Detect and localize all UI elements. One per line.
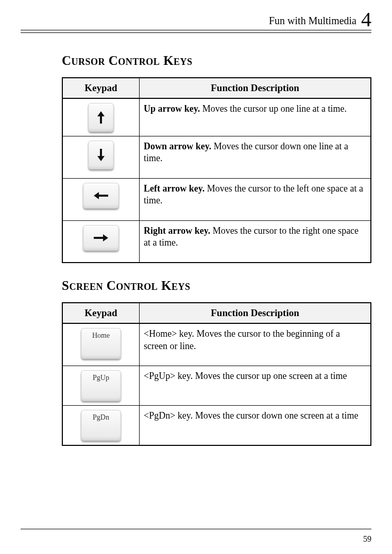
desc-bold: Up arrow key. <box>144 103 200 114</box>
running-title: Fun with Multimedia <box>269 15 356 26</box>
up-arrow-key-icon <box>88 103 114 132</box>
table-row: Right arrow key. Moves the cursor to the… <box>62 220 371 263</box>
key-label: Home <box>81 331 121 340</box>
right-arrow-key-icon <box>83 225 119 251</box>
desc-bold: Left arrow key. <box>144 183 204 194</box>
section-title-cursor: Cursor Control Keys <box>62 54 371 68</box>
home-key-description: <Home> key. Moves the cursor to the begi… <box>140 323 371 366</box>
left-arrow-key-icon <box>83 183 119 209</box>
key-label: PgUp <box>81 373 121 383</box>
chapter-number: 4 <box>361 8 371 31</box>
pgdn-key-description: <PgDn> key. Moves the cursor down one sc… <box>140 406 371 446</box>
cursor-col-description: Function Description <box>140 78 371 98</box>
table-row: Down arrow key. Moves the cursor down on… <box>62 136 371 179</box>
right-arrow-description: Right arrow key. Moves the cursor to the… <box>140 220 371 263</box>
table-row: PgDn <PgDn> key. Moves the cursor down o… <box>62 406 371 446</box>
screen-col-keypad: Keypad <box>62 303 140 323</box>
table-row: Home <Home> key. Moves the cursor to the… <box>62 323 371 366</box>
pgup-key-description: <PgUp> key. Moves the cursor up one scre… <box>140 366 371 406</box>
up-arrow-description: Up arrow key. Moves the cursor up one li… <box>140 98 371 136</box>
pgup-key-icon: PgUp <box>81 370 121 401</box>
table-row: PgUp <PgUp> key. Moves the cursor up one… <box>62 366 371 406</box>
key-label: PgDn <box>81 413 121 422</box>
desc-bold: Down arrow key. <box>144 141 211 151</box>
desc-bold: Right arrow key. <box>144 226 210 236</box>
desc-rest: Moves the cursor up one line at a time. <box>200 103 347 114</box>
screen-keys-table: Keypad Function Description Home <Home> … <box>62 302 371 446</box>
home-key-icon: Home <box>81 328 121 359</box>
screen-col-description: Function Description <box>140 303 371 323</box>
table-row: Left arrow key. Moves the cursor to the … <box>62 178 371 220</box>
pgdn-key-icon: PgDn <box>81 410 121 441</box>
footer-rule <box>21 529 371 529</box>
header-rule <box>21 32 371 33</box>
left-arrow-description: Left arrow key. Moves the cursor to the … <box>140 178 371 220</box>
down-arrow-key-icon <box>88 141 114 169</box>
down-arrow-description: Down arrow key. Moves the cursor down on… <box>140 136 371 179</box>
table-row: Up arrow key. Moves the cursor up one li… <box>62 98 371 136</box>
section-title-screen: Screen Control Keys <box>62 279 371 293</box>
page-number: 59 <box>363 534 371 544</box>
cursor-keys-table: Keypad Function Description Up arrow key… <box>62 77 371 263</box>
cursor-col-keypad: Keypad <box>62 78 140 98</box>
running-head: Fun with Multimedia 4 <box>21 9 371 30</box>
